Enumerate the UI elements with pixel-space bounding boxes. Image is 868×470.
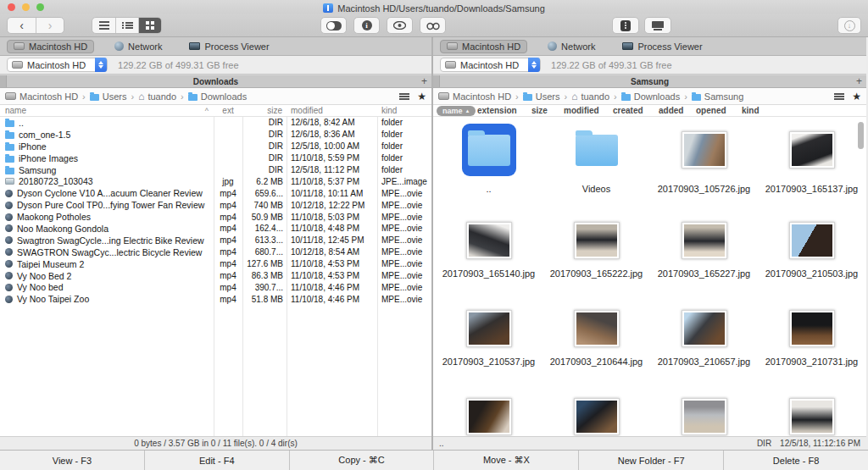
table-row[interactable]: Taipei Museum 2mp4127.6 MB11/10/18, 4:53… [0, 258, 431, 270]
table-row[interactable]: Vy Noo Taipei Zoomp451.8 MB11/10/18, 4:4… [0, 293, 431, 305]
column-opened[interactable]: opened [696, 106, 726, 115]
grid-item[interactable]: 20170908_141414.jpg [650, 393, 758, 436]
breadcrumb-item[interactable]: Macintosh HD [5, 91, 78, 102]
table-row[interactable]: com_one-1.5DIR12/6/18, 8:36 AMfolder [0, 129, 431, 141]
device-tab-network[interactable]: Network [108, 40, 169, 53]
new-tab-button[interactable]: + [856, 75, 862, 88]
grid-item[interactable]: 20170903_210731.jpg [758, 305, 865, 393]
breadcrumb-item[interactable]: Samsung [692, 91, 743, 102]
scrollbar-thumb[interactable] [858, 122, 864, 149]
table-row[interactable]: Noo Maokong Gondolamp4162.4...11/10/18, … [0, 223, 431, 235]
drive-selector-left[interactable]: Macintosh HD [7, 58, 108, 72]
table-row[interactable]: 20180723_103043jpg6.2 MB11/10/18, 5:37 P… [0, 175, 431, 187]
view-list-button[interactable] [92, 18, 115, 33]
column-ext[interactable]: ext [214, 106, 242, 115]
forward-button[interactable]: › [36, 18, 64, 33]
breadcrumb: Macintosh HD›Users›⌂tuando›Downloads [5, 91, 247, 102]
folder-tab-left[interactable]: Downloads [193, 77, 238, 86]
column-modified[interactable]: modified [564, 106, 599, 115]
table-row[interactable]: Dyson Pure Cool TP0...fying Tower Fan Re… [0, 199, 431, 211]
table-row[interactable]: Maokong Potholesmp450.9 MB11/10/18, 5:03… [0, 211, 431, 223]
column-extension[interactable]: extension [477, 106, 517, 115]
network-folder-icon [651, 20, 665, 31]
column-kind[interactable]: kind [742, 106, 760, 115]
column-added[interactable]: added [659, 106, 683, 115]
table-row[interactable]: ..DIR12/6/18, 8:42 AMfolder [0, 117, 431, 129]
device-tab-network[interactable]: Network [541, 40, 602, 53]
path-menu-icon[interactable] [399, 96, 409, 97]
delete-button[interactable]: Delete - F8 [723, 451, 868, 470]
grid-item[interactable]: 20170903_105726.jpg [650, 120, 758, 217]
copy-button[interactable]: Copy - ⌘C [289, 451, 434, 470]
grid-item[interactable]: 20170903_165227.jpg [650, 217, 758, 305]
grid-item[interactable]: Videos [542, 120, 650, 217]
file-kind: folder [377, 118, 431, 127]
grid-item[interactable]: 20170903_210644.jpg [542, 305, 650, 393]
grid-item[interactable]: .. [435, 120, 542, 217]
move-button[interactable]: Move - ⌘X [433, 451, 578, 470]
grid-item[interactable]: 20170903_210537.jpg [435, 305, 542, 393]
column-kind[interactable]: kind [377, 106, 431, 115]
grid-item[interactable]: 20170903_210657.jpg [650, 305, 758, 393]
device-tab-macintosh-hd[interactable]: Macintosh HD [7, 40, 94, 53]
back-button[interactable]: ‹ [8, 18, 36, 33]
grid-item[interactable]: 20170903_165137.jpg [758, 120, 865, 217]
grid-item[interactable]: 20170903_210503.jpg [758, 217, 865, 305]
column-size[interactable]: size [242, 106, 287, 115]
preview-button[interactable] [387, 17, 413, 34]
grid-item[interactable]: 20170903_165140.jpg [435, 217, 542, 305]
device-tab-process-viewer[interactable]: Process Viewer [182, 40, 275, 53]
breadcrumb-item[interactable]: ⌂tuando [138, 91, 176, 102]
new-tab-button[interactable]: + [421, 75, 427, 88]
path-menu-icon[interactable] [834, 96, 844, 97]
column-created[interactable]: created [613, 106, 643, 115]
drive-stepper[interactable] [528, 58, 540, 72]
file-kind: MPE...ovie [377, 259, 431, 268]
zoom-button[interactable] [36, 3, 44, 11]
column-name[interactable]: name▲ [437, 106, 476, 116]
network-connect-button[interactable] [644, 17, 671, 34]
device-tab-macintosh-hd[interactable]: Macintosh HD [440, 40, 527, 53]
drive-stepper[interactable] [95, 58, 107, 72]
breadcrumb-item[interactable]: Users [523, 91, 560, 102]
favorite-star-icon[interactable]: ★ [417, 92, 426, 101]
breadcrumb-item[interactable]: Macintosh HD [438, 91, 511, 102]
grid-item[interactable]: 20170908_141432.jpg [758, 393, 865, 436]
edit-button[interactable]: Edit - F4 [144, 451, 289, 470]
table-row[interactable]: SamsungDIR12/5/18, 11:12 PMfolder [0, 164, 431, 176]
view-grid-button[interactable] [138, 18, 161, 33]
device-tab-process-viewer[interactable]: Process Viewer [615, 40, 709, 53]
new-folder-button[interactable]: New Folder - F7 [578, 451, 723, 470]
favorite-star-icon[interactable]: ★ [852, 92, 861, 101]
file-size: DIR [242, 153, 287, 163]
downloads-queue-button[interactable]: ↓ [837, 17, 861, 34]
archive-button[interactable] [612, 17, 639, 34]
info-button[interactable]: i [353, 17, 380, 34]
breadcrumb-item[interactable]: ⌂tuando [571, 91, 609, 102]
table-row[interactable]: Vy Noo Bed 2mp486.3 MB11/10/18, 4:53 PMM… [0, 270, 431, 282]
minimize-button[interactable] [22, 3, 30, 11]
breadcrumb-item[interactable]: Downloads [188, 91, 247, 102]
table-row[interactable]: iPhone ImagesDIR11/10/18, 5:59 PMfolder [0, 152, 431, 164]
table-row[interactable]: Dyson Cyclone V10 A...acuum Cleaner Revi… [0, 187, 431, 199]
table-row[interactable]: iPhoneDIR12/5/18, 10:00 AMfolder [0, 141, 431, 152]
table-row[interactable]: Swagtron SwagCycle...ing Electric Bike R… [0, 235, 431, 246]
view-button[interactable]: View - F3 [0, 451, 144, 470]
view-detail-button[interactable] [115, 18, 138, 33]
breadcrumb-item[interactable]: Downloads [621, 91, 680, 102]
table-row[interactable]: Vy Noo bedmp4390.7...11/10/18, 4:46 PMMP… [0, 281, 431, 293]
close-button[interactable] [8, 3, 15, 11]
column-modified[interactable]: modified [287, 106, 377, 115]
table-row[interactable]: SWAGTRON SwagCyc...lectric Bicycle Revie… [0, 246, 431, 258]
folder-tab-right[interactable]: Samsung [631, 77, 669, 86]
column-size[interactable]: size [531, 106, 548, 115]
drive-selector-right[interactable]: Macintosh HD [440, 58, 541, 72]
column-name[interactable]: name^ [0, 106, 214, 115]
grid-item[interactable]: 20170903_165222.jpg [542, 217, 650, 305]
search-button[interactable] [420, 17, 446, 34]
file-modified: 10/12/18, 12:22 PM [287, 201, 377, 210]
toggle-hidden-button[interactable] [320, 17, 347, 34]
breadcrumb-item[interactable]: Users [90, 91, 127, 102]
grid-item[interactable]: 20170903_210753.jpg [435, 393, 542, 436]
grid-item[interactable]: 20170903_210915.jpg [542, 393, 650, 436]
